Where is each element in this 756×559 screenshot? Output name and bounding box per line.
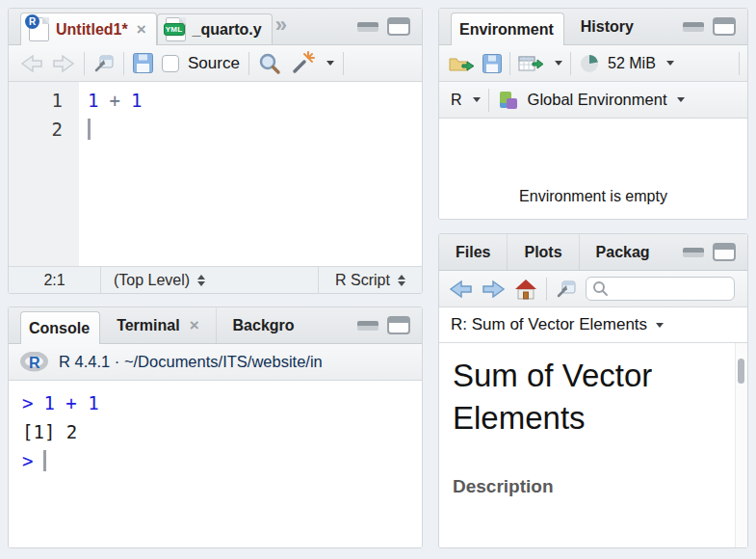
back-icon[interactable] <box>449 280 473 298</box>
tab-console[interactable]: Console <box>20 311 100 344</box>
environment-pane: Environment History <box>438 8 748 220</box>
console-banner-text: R 4.4.1 · ~/Documents/ITS/website/in <box>59 353 323 371</box>
updown-icon <box>197 275 205 286</box>
maximize-pane-icon[interactable] <box>387 17 410 36</box>
chevron-down-icon <box>677 97 685 102</box>
working-directory[interactable]: ~/Documents/ITS/website/in <box>124 353 323 370</box>
prompt: > <box>22 446 33 475</box>
minimize-pane-icon[interactable] <box>683 22 704 32</box>
search-icon <box>592 280 609 297</box>
files-tabbar: Files Plots Packag <box>439 234 747 271</box>
back-icon[interactable] <box>20 55 43 72</box>
code-token: 1 <box>88 86 98 115</box>
tab-background-jobs[interactable]: Backgro <box>217 307 311 343</box>
save-workspace-icon[interactable] <box>482 54 502 73</box>
tab-quarto-yml[interactable]: YML _quarto.y <box>157 13 273 44</box>
text-cursor <box>43 450 46 471</box>
language-selector-label[interactable]: R <box>451 92 462 109</box>
help-search-input[interactable] <box>586 277 735 301</box>
console-input-echo: 1 + 1 <box>43 388 98 417</box>
chevron-down-icon <box>473 97 481 102</box>
console-output[interactable]: >1 + 1 [1] 2 > <box>9 381 422 547</box>
maximize-pane-icon[interactable] <box>713 243 736 261</box>
magic-wand-icon[interactable] <box>290 51 315 76</box>
tab-packages[interactable]: Packag <box>580 234 666 270</box>
scope-selector[interactable]: (Top Level) <box>101 272 318 289</box>
cursor-position: 2:1 <box>9 267 101 293</box>
r-file-icon: R <box>29 17 49 41</box>
file-type-label: R Script <box>335 272 390 289</box>
help-toolbar <box>439 271 747 307</box>
r-version: R 4.4.1 <box>59 353 110 370</box>
scrollbar-thumb[interactable] <box>738 359 744 384</box>
close-tab-icon[interactable]: × <box>137 20 146 40</box>
console-tabbar: Console Terminal × Backgro <box>9 307 422 344</box>
tab-files[interactable]: Files <box>439 234 508 270</box>
code-line <box>88 115 422 144</box>
text-cursor <box>88 119 91 140</box>
tab-plots[interactable]: Plots <box>508 234 579 270</box>
find-icon[interactable] <box>258 52 281 75</box>
environment-list: Environment is empty <box>439 119 747 219</box>
tab-label: Untitled1* <box>56 21 128 39</box>
code-token: + <box>109 86 119 115</box>
load-workspace-icon[interactable] <box>449 54 475 73</box>
chevron-down-icon <box>555 61 562 66</box>
environment-scope-bar: R Global Environment <box>439 82 747 119</box>
tab-label: _quarto.y <box>193 21 262 39</box>
maximize-pane-icon[interactable] <box>387 316 410 334</box>
chevron-down-icon <box>326 61 334 66</box>
tab-environment[interactable]: Environment <box>451 13 564 45</box>
help-topic-label: R: Sum of Vector Elements <box>451 315 647 334</box>
tab-history[interactable]: History <box>564 9 650 44</box>
console-line: > <box>22 446 422 475</box>
scope-label: (Top Level) <box>114 272 190 289</box>
code-token: 1 <box>131 86 142 115</box>
files-pane: Files Plots Packag <box>438 233 748 548</box>
console-banner: R R 4.4.1 · ~/Documents/ITS/website/in <box>9 344 422 381</box>
scrollbar[interactable] <box>735 343 747 547</box>
close-tab-icon[interactable]: × <box>190 316 199 335</box>
environment-toolbar: 52 MiB <box>439 45 747 82</box>
forward-icon[interactable] <box>52 55 75 72</box>
global-environment-icon <box>497 89 520 112</box>
svg-text:R: R <box>29 355 40 371</box>
minimize-pane-icon[interactable] <box>357 22 378 32</box>
forward-icon[interactable] <box>482 280 506 298</box>
line-number: 1 <box>9 86 63 115</box>
memory-usage-label[interactable]: 52 MiB <box>608 55 656 72</box>
r-logo-icon: R <box>20 352 48 372</box>
memory-pie-icon[interactable] <box>579 53 600 74</box>
environment-selector-label[interactable]: Global Environment <box>528 91 667 109</box>
tab-untitled1[interactable]: R Untitled1* × <box>20 13 157 45</box>
source-toolbar: Source <box>9 45 422 82</box>
tab-terminal[interactable]: Terminal × <box>100 307 216 343</box>
import-dataset-icon[interactable] <box>518 54 544 73</box>
console-result: [1] 2 <box>22 417 77 446</box>
minimize-pane-icon[interactable] <box>683 248 704 257</box>
code-area[interactable]: 1+1 <box>79 82 422 266</box>
chevron-down-icon <box>666 61 674 66</box>
prompt: > <box>22 388 33 417</box>
minimize-pane-icon[interactable] <box>357 321 378 331</box>
source-statusbar: 2:1 (Top Level) R Script <box>9 266 422 293</box>
console-line: >1 + 1 <box>22 388 422 417</box>
line-number-gutter: 1 2 <box>9 82 79 266</box>
environment-tabbar: Environment History <box>439 9 747 45</box>
code-editor[interactable]: 1 2 1+1 <box>9 82 422 266</box>
save-icon[interactable] <box>133 53 153 73</box>
help-topic-selector[interactable]: R: Sum of Vector Elements <box>439 307 747 343</box>
popout-icon[interactable] <box>93 54 115 73</box>
home-icon[interactable] <box>514 279 537 300</box>
source-checkbox-label: Source <box>188 54 240 73</box>
file-type-selector[interactable]: R Script <box>318 267 422 293</box>
code-line: 1+1 <box>88 86 422 115</box>
popout-icon[interactable] <box>556 280 577 299</box>
chevron-down-icon <box>656 323 664 328</box>
console-line: [1] 2 <box>22 417 422 446</box>
tab-overflow-icon[interactable]: » <box>275 13 287 38</box>
help-content: Sum of Vector Elements Description <box>439 343 747 547</box>
maximize-pane-icon[interactable] <box>713 17 736 36</box>
source-on-save-checkbox[interactable] <box>162 55 179 72</box>
separator-dot: · <box>115 353 120 370</box>
